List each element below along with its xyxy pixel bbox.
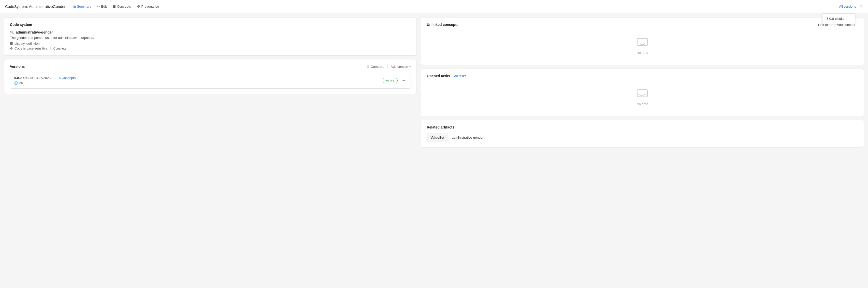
- tab-provenance[interactable]: ⏱ Provenance: [134, 3, 161, 10]
- divider: [388, 65, 388, 69]
- empty-inbox-icon: [636, 37, 648, 48]
- tab-concepts-label: Concepts: [117, 5, 131, 8]
- tasks-header: Opened tasks | All tasks: [427, 74, 858, 78]
- globe-icon: 🌐: [14, 81, 18, 85]
- versions-card-title: Versions: [10, 65, 25, 69]
- tab-edit[interactable]: ✏ Edit: [95, 3, 109, 10]
- all-tasks-link[interactable]: All tasks: [454, 74, 466, 78]
- compare-label: Compare: [371, 65, 384, 69]
- topbar-left: CodeSystem: AdministrativeGender ⊞ Summa…: [5, 3, 161, 10]
- all-versions-button[interactable]: All versions: [839, 5, 856, 8]
- meta-display-row: ☰ display, definition: [10, 42, 411, 45]
- related-artifacts-card: Related artifacts ValueSet administrativ…: [421, 120, 864, 148]
- unlinked-concepts-header: Unlinked concepts Link to ... Add concep…: [427, 23, 858, 27]
- version-dropdown-item[interactable]: 5.0.0-cibuild: [823, 15, 855, 23]
- unlinked-concepts-title: Unlinked concepts: [427, 23, 458, 27]
- version-id: 5.0.0-cibuild: [14, 76, 33, 80]
- status-badge: Active: [382, 78, 398, 83]
- version-lang-row: 🌐 en: [14, 81, 75, 85]
- meta-separator: |: [50, 46, 51, 50]
- main-content: Code system 🔍 administrative-gender The …: [0, 13, 868, 288]
- version-row-right: Active ···: [382, 78, 406, 83]
- codesystem-card-title: Code system: [10, 23, 411, 27]
- codesystem-card: Code system 🔍 administrative-gender The …: [4, 17, 417, 56]
- topbar-right: All versions 5.0.0-cibuild ✕: [839, 4, 863, 9]
- tab-summary[interactable]: ⊞ Summary: [71, 3, 94, 10]
- version-row-top: 5.0.0-cibuild 3/25/2023 - ... 4 Concepts: [14, 76, 75, 80]
- version-date: 3/25/2023 - ...: [36, 76, 56, 80]
- codesystem-name: administrative-gender: [16, 30, 53, 34]
- versions-header: Versions ⊟ Compare Add version +: [10, 65, 411, 69]
- unlinked-concepts-card: Unlinked concepts Link to ... Add concep…: [421, 17, 864, 65]
- tab-concepts[interactable]: ☰ Concepts: [111, 3, 133, 10]
- grid-icon: ⊞: [73, 5, 76, 8]
- related-artifacts-title: Related artifacts: [427, 125, 858, 129]
- compare-button[interactable]: ⊟ Compare: [367, 65, 384, 69]
- unlinked-concepts-empty: No data: [427, 30, 858, 60]
- version-row-left: 5.0.0-cibuild 3/25/2023 - ... 4 Concepts…: [14, 76, 75, 85]
- close-button[interactable]: ✕: [859, 4, 863, 9]
- add-version-label: Add version +: [391, 65, 411, 69]
- tasks-sep: |: [452, 74, 453, 78]
- left-column: Code system 🔍 administrative-gender The …: [4, 17, 417, 284]
- tasks-empty: No data: [427, 81, 858, 111]
- tab-summary-label: Summary: [77, 5, 91, 8]
- versions-dropdown: 5.0.0-cibuild: [822, 13, 855, 24]
- gear-icon: ⚙: [10, 46, 13, 50]
- empty-tasks-icon: [636, 88, 648, 100]
- page-title: CodeSystem: AdministrativeGender: [5, 4, 66, 9]
- search-icon: 🔍: [10, 31, 14, 34]
- tasks-no-data-text: No data: [637, 102, 648, 106]
- codesystem-meta: ☰ display, definition ⚙ Code is case sen…: [10, 42, 411, 50]
- clock-icon: ⏱: [137, 5, 140, 8]
- version-row: 5.0.0-cibuild 3/25/2023 - ... 4 Concepts…: [10, 72, 411, 88]
- meta-complete: Complete: [54, 47, 66, 50]
- tab-edit-label: Edit: [101, 5, 106, 8]
- versions-actions: ⊟ Compare Add version +: [367, 65, 411, 69]
- artifact-row: ValueSet administrative-gender: [427, 133, 858, 142]
- versions-card: Versions ⊟ Compare Add version + 5.0.0-c…: [4, 59, 417, 94]
- topbar: CodeSystem: AdministrativeGender ⊞ Summa…: [0, 0, 868, 13]
- codesystem-name-row: 🔍 administrative-gender: [10, 30, 411, 34]
- version-concepts-link[interactable]: 4 Concepts: [59, 76, 75, 80]
- tasks-title: Opened tasks: [427, 74, 450, 78]
- artifact-type: ValueSet: [427, 133, 448, 142]
- version-lang: en: [19, 81, 23, 85]
- codesystem-description: The gender of a person used for administ…: [10, 36, 411, 40]
- edit-icon: ✏: [97, 5, 100, 8]
- meta-case: Code is case sensitive: [14, 46, 47, 50]
- list-icon-2: ☰: [10, 42, 13, 45]
- compare-icon: ⊟: [367, 65, 369, 69]
- opened-tasks-card: Opened tasks | All tasks No data: [421, 69, 864, 116]
- right-column: Unlinked concepts Link to ... Add concep…: [421, 17, 864, 284]
- unlinked-no-data-text: No data: [637, 51, 648, 55]
- meta-case-row: ⚙ Code is case sensitive | Complete: [10, 46, 411, 50]
- more-options-button[interactable]: ···: [400, 78, 406, 83]
- list-icon: ☰: [113, 5, 116, 8]
- nav-tabs: ⊞ Summary ✏ Edit ☰ Concepts ⏱ Provenance: [71, 3, 161, 10]
- artifact-name: administrative-gender: [448, 133, 487, 142]
- tab-provenance-label: Provenance: [142, 5, 159, 8]
- add-version-button[interactable]: Add version +: [391, 65, 411, 69]
- meta-display: display, definition: [14, 42, 40, 45]
